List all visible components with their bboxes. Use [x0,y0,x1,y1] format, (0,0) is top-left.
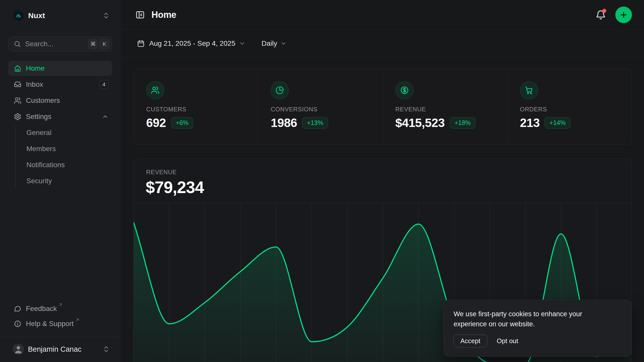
stat-label: REVENUE [395,106,507,113]
search-shortcut: ⌘ K [88,39,109,49]
stat-label: CONVERSIONS [271,106,382,113]
workspace-switcher[interactable]: Nuxt [13,10,110,21]
granularity-select[interactable]: Daily [262,39,277,48]
stat-value: 1986 [271,116,297,130]
stat-delta-badge: +13% [302,117,328,129]
notification-dot [602,9,606,13]
chevron-up-icon [102,113,108,120]
external-link-icon [75,318,79,322]
search-placeholder: Search... [25,40,53,48]
kbd-k: K [100,39,109,49]
calendar-icon [137,40,145,47]
external-link-icon [58,303,63,307]
stat-value: 213 [520,116,540,130]
cookie-optout-button[interactable]: Opt out [497,337,518,345]
user-name: Benjamin Canac [28,345,82,353]
stat-customers[interactable]: CUSTOMERS 692 +6% [134,69,258,144]
sidebar-item-members[interactable]: Members [26,141,112,156]
shopping-cart-icon [520,81,538,99]
dollar-circle-icon [395,81,414,99]
revenue-card-label: REVENUE [146,169,177,176]
sidebar-item-notifications[interactable]: Notifications [26,157,112,172]
sidebar-item-settings[interactable]: Settings [8,109,112,124]
sidebar: Nuxt Search... ⌘ K Home Inbox 4 Customer… [0,0,120,362]
chevrons-up-down-icon [102,345,110,353]
filter-bar: Aug 21, 2025 - Sep 4, 2025 Daily [120,30,644,57]
cookie-banner: We use first-party cookies to enhance yo… [443,300,632,357]
stat-delta-badge: +14% [545,117,571,129]
gear-icon [14,113,21,120]
cookie-accept-button[interactable]: Accept [454,335,487,347]
chevron-down-icon [239,40,246,47]
collapse-sidebar-button[interactable] [135,10,145,20]
sidebar-footer-divider [0,337,120,337]
cookie-message: We use first-party cookies to enhance yo… [454,309,599,329]
home-icon [14,65,21,72]
users-icon [14,97,21,104]
chevron-down-icon [280,40,287,47]
sidebar-item-general[interactable]: General [26,125,112,140]
workspace-name: Nuxt [28,11,45,20]
stat-revenue[interactable]: REVENUE $415,523 +18% [383,69,507,144]
sidebar-item-customers[interactable]: Customers [8,93,112,108]
stat-value: $415,523 [395,116,445,130]
sidebar-item-inbox[interactable]: Inbox 4 [8,77,112,92]
avatar [13,344,24,355]
stat-label: ORDERS [520,106,632,113]
page-title: Home [151,10,176,20]
search-icon [14,40,21,48]
stat-value: 692 [146,116,166,130]
stat-delta-badge: +18% [450,117,476,129]
kbd-cmd: ⌘ [88,39,98,49]
stat-label: CUSTOMERS [146,106,258,113]
panel-left-close-icon [135,10,145,20]
notifications-button[interactable] [596,10,606,20]
inbox-count-badge: 4 [99,80,108,89]
nuxt-logo-icon [13,10,24,21]
stat-conversions[interactable]: CONVERSIONS 1986 +13% [258,69,382,144]
sidebar-item-security[interactable]: Security [26,173,112,189]
users-icon [146,81,164,99]
plus-icon [619,11,628,19]
user-menu[interactable]: Benjamin Canac [8,341,112,357]
settings-subtree-guide [15,126,16,188]
stat-orders[interactable]: ORDERS 213 +14% [507,69,632,144]
revenue-card-value: $79,234 [146,178,204,197]
add-button[interactable] [615,7,632,23]
inbox-icon [14,81,21,88]
stat-delta-badge: +6% [171,117,193,129]
page-header: Home [120,0,644,30]
pie-chart-icon [271,81,289,99]
info-circle-icon [14,320,21,328]
chevrons-up-down-icon [102,12,110,19]
stats-summary-card: CUSTOMERS 692 +6% CONVERSIONS 1986 +13% … [133,69,632,145]
sidebar-item-home[interactable]: Home [8,61,112,76]
sidebar-item-help-support[interactable]: Help & Support [8,317,112,331]
sidebar-item-feedback[interactable]: Feedback [8,302,112,316]
speech-bubble-icon [14,305,21,312]
date-range-picker[interactable]: Aug 21, 2025 - Sep 4, 2025 [149,39,235,48]
search-input[interactable]: Search... ⌘ K [8,37,112,51]
